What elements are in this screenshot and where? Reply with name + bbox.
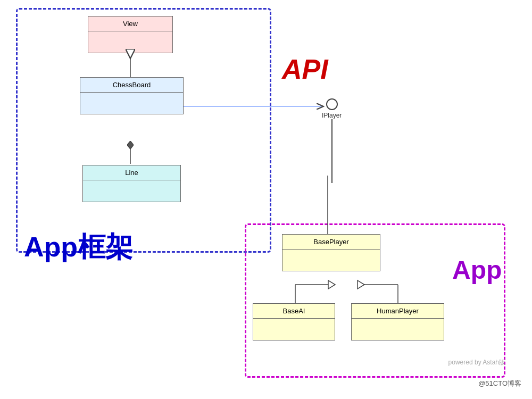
- app-label: App: [452, 255, 502, 285]
- line-class: Line: [82, 165, 181, 202]
- iplayer-circle: [326, 98, 338, 110]
- chessboard-class-body: [80, 93, 183, 114]
- view-class-name: View: [88, 16, 172, 31]
- iplayer-label: IPlayer: [322, 112, 342, 119]
- baseplayer-class-body: [282, 250, 380, 271]
- baseai-class-body: [253, 319, 335, 340]
- baseai-class-name: BaseAI: [253, 304, 335, 319]
- view-class: View: [88, 16, 173, 53]
- cto-label: @51CTO博客: [478, 379, 521, 388]
- line-class-name: Line: [83, 165, 180, 180]
- api-label: API: [282, 53, 328, 85]
- line-class-body: [83, 180, 180, 202]
- humanplayer-class-name: HumanPlayer: [352, 304, 444, 319]
- baseai-class: BaseAI: [253, 303, 335, 340]
- iplayer-line: [331, 119, 332, 183]
- baseplayer-class: BasePlayer: [282, 234, 380, 271]
- app-framework-label: App框架: [24, 229, 133, 266]
- view-class-body: [88, 31, 172, 53]
- chessboard-class-name: ChessBoard: [80, 78, 183, 93]
- iplayer-interface: IPlayer: [322, 98, 342, 183]
- baseplayer-class-name: BasePlayer: [282, 235, 380, 250]
- watermark: powered by Astah版: [448, 358, 505, 367]
- humanplayer-class-body: [352, 319, 444, 340]
- chessboard-class: ChessBoard: [80, 77, 184, 114]
- humanplayer-class: HumanPlayer: [351, 303, 444, 340]
